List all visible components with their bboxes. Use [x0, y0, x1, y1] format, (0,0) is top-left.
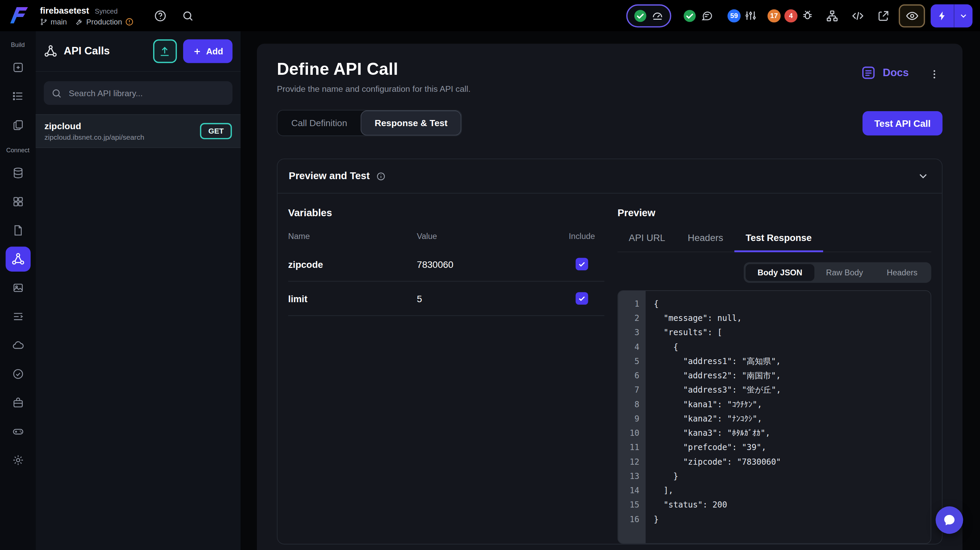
tab-headers[interactable]: Headers — [676, 228, 734, 252]
code-line: { — [654, 339, 931, 354]
line-number: 4 — [618, 339, 640, 354]
sidebar-item-settings[interactable] — [5, 448, 30, 472]
method-badge: GET — [200, 123, 232, 139]
sidebar-item-pages[interactable] — [5, 113, 30, 137]
settings-gear-icon — [11, 454, 24, 466]
test-api-call-button[interactable]: Test API Call — [862, 111, 943, 135]
variable-name: limit — [288, 293, 417, 304]
sidebar-item-plugins[interactable] — [5, 419, 30, 444]
api-item-url: zipcloud.ibsnet.co.jp/api/search — [44, 133, 144, 141]
check-circle-icon — [633, 9, 647, 22]
line-number: 2 — [618, 311, 640, 325]
chat-bubble-button[interactable] — [936, 507, 963, 534]
code-line: "kana3": "ﾎﾀﾙｶﾞｵｶ", — [654, 426, 931, 440]
line-number: 15 — [618, 498, 640, 512]
include-checkbox[interactable] — [576, 258, 588, 271]
code-gutter: 12345678910111213141516 — [618, 291, 646, 543]
docs-label: Docs — [883, 67, 908, 79]
sidebar-item-media-assets[interactable] — [5, 275, 30, 300]
tab-response-and-test[interactable]: Response & Test — [361, 111, 461, 135]
code-line: "kana2": "ﾅﾝｺｸｼ", — [654, 411, 931, 426]
code-line: "address1": "高知県", — [654, 354, 931, 368]
api-item-name: zipcloud — [44, 121, 144, 131]
include-checkbox[interactable] — [576, 292, 588, 305]
plugins-icon — [11, 425, 24, 438]
sidebar-item-widget-tree[interactable] — [5, 84, 30, 108]
line-number: 13 — [618, 469, 640, 483]
json-response-viewer[interactable]: 12345678910111213141516 { "message": nul… — [617, 290, 931, 544]
api-list-item[interactable]: zipcloud zipcloud.ibsnet.co.jp/api/searc… — [36, 114, 240, 148]
bolt-icon[interactable] — [931, 4, 954, 27]
branching-icon[interactable] — [822, 5, 842, 26]
card-title: Preview and Test — [289, 170, 370, 182]
info-icon[interactable] — [376, 171, 385, 181]
data-types-icon — [11, 195, 24, 208]
more-options-icon[interactable] — [926, 66, 943, 82]
tab-raw-body[interactable]: Raw Body — [814, 264, 875, 281]
code-view-icon[interactable] — [848, 5, 868, 26]
help-icon[interactable] — [150, 5, 170, 26]
api-calls-panel: API Calls Add — [36, 31, 240, 550]
api-calls-icon — [44, 44, 57, 58]
tab-response-headers[interactable]: Headers — [875, 264, 929, 281]
check-circle-icon — [683, 9, 697, 22]
add-api-call-button[interactable]: Add — [183, 40, 233, 63]
preview-eye-button[interactable] — [899, 4, 925, 27]
project-info[interactable]: firebasetest Synced main Production — [40, 5, 134, 26]
tab-test-response[interactable]: Test Response — [734, 228, 823, 252]
variable-name: zipcode — [288, 259, 417, 269]
flutterflow-logo-icon[interactable] — [8, 5, 30, 27]
docs-icon — [861, 65, 877, 81]
tab-api-url[interactable]: API URL — [617, 228, 676, 252]
badge-error-count: 4 — [784, 9, 798, 22]
api-calls-icon — [11, 252, 24, 266]
code-line: ], — [654, 483, 931, 498]
sidebar-item-ui-builder[interactable] — [5, 55, 30, 80]
badge-info-count: 59 — [727, 9, 741, 22]
git-branch-icon — [40, 18, 48, 25]
sidebar-item-cloud-functions[interactable] — [5, 333, 30, 358]
line-number: 12 — [618, 455, 640, 469]
variables-title: Variables — [288, 208, 605, 219]
sidebar-item-api-calls[interactable] — [5, 247, 30, 272]
wrench-icon — [76, 18, 83, 25]
environment-warning-icon[interactable] — [125, 17, 134, 26]
collapse-chevron-icon[interactable] — [916, 169, 931, 184]
cloud-functions-icon — [11, 339, 24, 352]
sync-status: Synced — [95, 7, 118, 14]
run-button[interactable] — [931, 4, 972, 27]
search-input[interactable] — [67, 88, 225, 98]
column-name: Name — [288, 231, 417, 241]
docs-link[interactable]: Docs — [861, 65, 909, 81]
app-values-icon — [11, 311, 24, 323]
tab-call-definition[interactable]: Call Definition — [278, 111, 361, 135]
status-pill-tests[interactable] — [626, 4, 671, 27]
page-title: Define API Call — [277, 60, 471, 79]
comments-icon — [701, 10, 713, 22]
import-api-button[interactable] — [153, 40, 177, 63]
sidebar-item-app-validation[interactable] — [5, 361, 30, 386]
code-line: { — [654, 296, 931, 311]
pages-icon — [11, 119, 24, 131]
column-value: Value — [417, 231, 559, 241]
info-count-group[interactable]: 59 — [725, 9, 759, 22]
sidebar-item-data-types[interactable] — [5, 189, 30, 214]
tab-body-json[interactable]: Body JSON — [746, 264, 814, 281]
status-pill-comments[interactable] — [677, 4, 719, 27]
sidebar-item-files[interactable] — [5, 218, 30, 243]
app-root: firebasetest Synced main Production — [0, 0, 980, 550]
line-number: 9 — [618, 411, 640, 426]
line-number: 16 — [618, 512, 640, 526]
open-external-icon[interactable] — [873, 5, 893, 26]
sidebar-item-integrations[interactable] — [5, 390, 30, 415]
code-line: } — [654, 469, 931, 483]
chevron-down-icon[interactable] — [955, 4, 972, 27]
sidebar-item-app-values[interactable] — [5, 304, 30, 329]
variable-row: zipcode 7830060 — [288, 247, 605, 281]
sidebar-item-database[interactable] — [5, 160, 30, 185]
code-line: "address3": "蛍が丘", — [654, 383, 931, 397]
preview-title: Preview — [617, 208, 931, 219]
search-icon[interactable] — [178, 5, 198, 26]
issues-count-group[interactable]: 17 4 — [765, 9, 816, 22]
section-label-connect: Connect — [6, 147, 29, 154]
